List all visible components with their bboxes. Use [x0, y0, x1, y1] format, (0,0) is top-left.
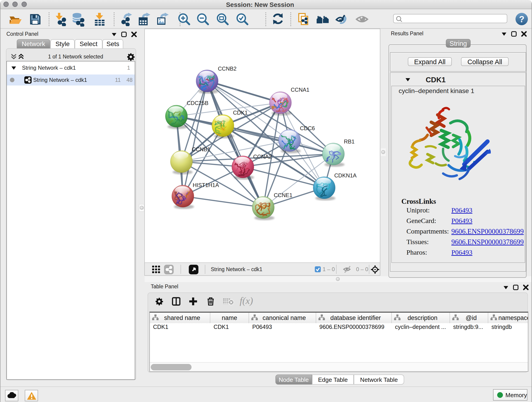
- svg-text:HIST1H1A: HIST1H1A: [193, 182, 219, 188]
- svg-text:CDC6: CDC6: [300, 125, 315, 131]
- svg-text:?: ?: [519, 14, 524, 24]
- svg-text:CCNA1: CCNA1: [291, 87, 309, 93]
- svg-text:CCNE1: CCNE1: [274, 192, 292, 198]
- svg-text:CCNA2: CCNA2: [253, 153, 272, 160]
- svg-text:CDK1: CDK1: [233, 109, 248, 116]
- svg-text:CCNB2: CCNB2: [218, 65, 236, 72]
- svg-text:CDKN1A: CDKN1A: [334, 172, 356, 179]
- svg-text:CCNB1: CCNB1: [192, 146, 210, 153]
- svg-text:CDC25B: CDC25B: [187, 100, 209, 106]
- svg-text:RB1: RB1: [344, 138, 355, 145]
